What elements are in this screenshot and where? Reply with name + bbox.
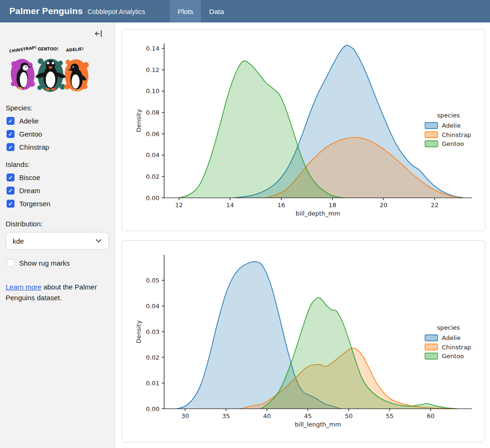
legend-item-gentoo: Gentoo — [425, 140, 464, 147]
svg-text:0.05: 0.05 — [146, 277, 159, 284]
legend-item-adelie: Adelie — [425, 122, 461, 129]
checkbox-species-chinstrap[interactable]: ✓ Chinstrap — [7, 143, 108, 151]
legend-title: species — [437, 112, 460, 119]
svg-text:0.06: 0.06 — [146, 130, 159, 137]
tab-plots[interactable]: Plots — [170, 0, 201, 22]
nav-tabs: Plots Data — [170, 0, 232, 22]
main-content: 1214161820220.000.020.040.060.080.100.12… — [115, 22, 490, 448]
svg-text:0.14: 0.14 — [146, 45, 159, 52]
svg-text:Adelie: Adelie — [442, 122, 461, 129]
artwork-label-chinstrap: CHINSTRAP! — [9, 45, 37, 53]
svg-text:0.03: 0.03 — [146, 328, 159, 335]
legend: speciesAdelieChinstrapGentoo — [425, 112, 471, 147]
svg-text:40: 40 — [263, 412, 271, 419]
checkbox-show-rug-marks[interactable]: Show rug marks — [7, 259, 108, 267]
species-section-label: Species: — [6, 104, 109, 112]
svg-text:55: 55 — [386, 412, 394, 419]
svg-text:18: 18 — [329, 202, 337, 209]
svg-text:60: 60 — [427, 412, 435, 419]
bill-depth-plot-card: 1214161820220.000.020.040.060.080.100.12… — [122, 29, 485, 231]
app-brand: Palmer Penguins Cobblepot Analytics — [0, 6, 145, 16]
svg-text:Chinstrap: Chinstrap — [442, 131, 471, 138]
collapse-sidebar-icon[interactable] — [94, 29, 102, 38]
legend-title: species — [437, 324, 460, 331]
svg-text:Chinstrap: Chinstrap — [442, 344, 471, 351]
islands-section-label: Islands: — [6, 160, 109, 168]
sidebar: CHINSTRAP! GENTOO! ADÉLIE! Species: ✓ Ad… — [0, 22, 115, 448]
x-axis-label: bill_length_mm — [295, 421, 341, 428]
legend: speciesAdelieChinstrapGentoo — [425, 324, 471, 360]
distribution-selected-value: kde — [13, 237, 24, 245]
artwork-label-gentoo: GENTOO! — [38, 47, 58, 51]
chevron-down-icon — [95, 238, 102, 243]
penguins-artwork-image: CHINSTRAP! GENTOO! ADÉLIE! — [7, 45, 90, 93]
checkbox-island-torgersen[interactable]: ✓ Torgersen — [7, 200, 108, 208]
checkbox-checked-icon: ✓ — [7, 173, 14, 181]
app-title: Palmer Penguins — [9, 6, 83, 16]
svg-text:0.08: 0.08 — [146, 109, 159, 116]
svg-text:22: 22 — [431, 202, 439, 209]
y-axis-label: Density — [135, 109, 142, 132]
artwork-label-adelie: ADÉLIE! — [66, 46, 84, 52]
svg-text:0.04: 0.04 — [146, 303, 159, 310]
svg-text:Gentoo: Gentoo — [442, 353, 464, 360]
x-axis-label: bill_depth_mm — [295, 210, 340, 217]
svg-text:14: 14 — [226, 202, 234, 209]
legend-item-chinstrap: Chinstrap — [425, 344, 471, 351]
bill-length-density-plot: 303540455055600.000.010.020.030.040.05bi… — [122, 241, 485, 442]
svg-text:0.01: 0.01 — [146, 380, 159, 387]
legend-item-gentoo: Gentoo — [425, 353, 464, 360]
checkbox-unchecked-icon — [7, 259, 14, 267]
checkbox-island-dream[interactable]: ✓ Dream — [7, 187, 108, 195]
tab-data[interactable]: Data — [201, 0, 232, 22]
svg-text:0.12: 0.12 — [146, 66, 159, 73]
legend-item-adelie: Adelie — [425, 334, 461, 341]
bill-length-plot-card: 303540455055600.000.010.020.030.040.05bi… — [122, 240, 485, 442]
svg-text:0.00: 0.00 — [146, 195, 159, 202]
svg-text:35: 35 — [222, 412, 230, 419]
checkbox-checked-icon: ✓ — [7, 143, 14, 151]
app-subtitle: Cobblepot Analytics — [87, 8, 145, 15]
checkbox-species-adelie[interactable]: ✓ Adelie — [7, 117, 108, 125]
checkbox-checked-icon: ✓ — [7, 117, 14, 125]
checkbox-checked-icon: ✓ — [7, 130, 14, 138]
checkbox-checked-icon: ✓ — [7, 200, 14, 208]
checkbox-island-biscoe[interactable]: ✓ Biscoe — [7, 173, 108, 181]
learn-more-link[interactable]: Learn more — [6, 283, 42, 291]
checkbox-checked-icon: ✓ — [7, 187, 14, 195]
svg-text:0.02: 0.02 — [146, 173, 159, 180]
bill-depth-density-plot: 1214161820220.000.020.040.060.080.100.12… — [122, 29, 485, 231]
distribution-select[interactable]: kde — [6, 232, 109, 250]
svg-text:0.04: 0.04 — [146, 152, 159, 159]
svg-text:16: 16 — [277, 202, 285, 209]
svg-text:50: 50 — [345, 412, 353, 419]
svg-text:12: 12 — [175, 202, 183, 209]
svg-text:0.10: 0.10 — [146, 87, 159, 94]
svg-text:Adelie: Adelie — [442, 334, 461, 341]
learn-more-text: Learn more about the Palmer Penguins dat… — [6, 282, 102, 303]
navbar: Palmer Penguins Cobblepot Analytics Plot… — [0, 0, 490, 22]
svg-text:0.00: 0.00 — [146, 405, 159, 412]
checkbox-species-gentoo[interactable]: ✓ Gentoo — [7, 130, 108, 138]
svg-text:0.02: 0.02 — [146, 354, 159, 361]
svg-text:Gentoo: Gentoo — [442, 140, 464, 147]
distribution-label: Distribution: — [6, 220, 109, 228]
y-axis-label: Density — [135, 320, 142, 343]
legend-item-chinstrap: Chinstrap — [425, 131, 471, 138]
svg-text:45: 45 — [304, 412, 312, 419]
svg-text:30: 30 — [181, 412, 189, 419]
svg-text:20: 20 — [380, 202, 388, 209]
